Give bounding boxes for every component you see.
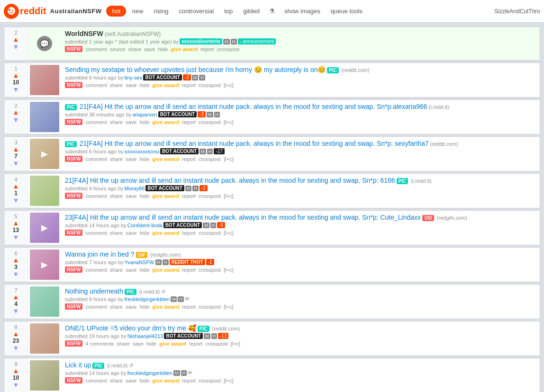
tab-top[interactable]: top [219,6,237,17]
share-8[interactable]: share [117,341,130,347]
post-title-9[interactable]: Lick it up [65,361,91,369]
comment-9[interactable]: comment [85,378,107,383]
post-title-8[interactable]: ONE/1 UPvote =5 video your dm's try me 🥰 [65,324,196,332]
share-5[interactable]: share [110,230,123,236]
comment-8[interactable]: 4 comments [85,341,114,347]
post-title-6[interactable]: Wanna join me in bed ? [65,250,135,258]
report-2[interactable]: report [182,119,196,125]
comment-link-pinned[interactable]: comment [85,46,107,52]
tab-rising[interactable]: rising [149,6,173,17]
vote-down-3[interactable]: ▼ [13,160,19,167]
vote-down-8[interactable]: ▼ [13,344,19,352]
report-link-pinned[interactable]: report [200,46,214,52]
hide-8[interactable]: hide [146,341,156,347]
author-4[interactable]: Moray86 [125,186,145,191]
give-award-5[interactable]: give award [152,230,179,236]
save-9[interactable]: save [126,378,136,383]
save-8[interactable]: save [133,341,144,347]
report-5[interactable]: report [182,230,196,236]
pinned-title[interactable]: WorldNSFW [65,30,103,37]
tab-new[interactable]: new [127,6,148,17]
share-4[interactable]: share [110,193,123,199]
vote-down-4[interactable]: ▼ [13,196,19,204]
comment-7[interactable]: comment [85,304,107,310]
share-link-pinned[interactable]: share [128,46,142,52]
share-2[interactable]: share [110,119,123,125]
crosspost-4[interactable]: crosspost [199,193,221,199]
author-2[interactable]: ariaparven [133,112,157,117]
crosspost-5[interactable]: crosspost [199,230,221,236]
crosspost-2[interactable]: crosspost [199,119,221,125]
save-2[interactable]: save [126,119,136,125]
give-award-1[interactable]: give award [152,82,179,88]
vote-up-5[interactable]: ▲ [13,219,19,227]
hide-1[interactable]: hide [139,82,149,88]
save-6[interactable]: save [126,267,136,273]
vote-down-2[interactable]: ▼ [13,116,19,124]
report-6[interactable]: report [182,267,196,273]
reddit-logo[interactable]: reddit [4,4,46,19]
post-title-4[interactable]: 21[F4A] Hit the up arrow and ill send an… [65,177,395,184]
report-3[interactable]: report [182,156,196,162]
give-award-6[interactable]: give award [152,267,179,273]
crosspost-9[interactable]: crosspost [199,378,221,383]
comment-1[interactable]: comment [85,82,107,88]
vote-down-pinned[interactable]: ▼ [13,43,19,51]
lc-5[interactable]: [l+c] [224,230,233,236]
lc-4[interactable]: [l+c] [224,193,233,199]
give-award-2[interactable]: give award [152,119,179,125]
crosspost-7[interactable]: crosspost [199,304,221,310]
vote-down-6[interactable]: ▼ [13,270,19,278]
save-4[interactable]: save [126,193,136,199]
report-7[interactable]: report [182,304,196,310]
hide-9[interactable]: hide [139,378,149,383]
give-award-7[interactable]: give award [152,304,179,310]
give-award-link-pinned[interactable]: give award [171,46,198,52]
report-1[interactable]: report [182,82,196,88]
subreddit-name[interactable]: AustralianNSFW [50,8,102,15]
report-8[interactable]: report [189,341,203,347]
vote-up-6[interactable]: ▲ [13,256,19,264]
post-title-3[interactable]: 21[F4A] Hit the up arrow and ill send an… [80,140,429,147]
vote-up-1[interactable]: ▲ [13,71,19,79]
hide-link-pinned[interactable]: hide [158,46,168,52]
crosspost-8[interactable]: crosspost [206,341,228,347]
comment-4[interactable]: comment [85,193,107,199]
vote-down-7[interactable]: ▼ [13,307,19,315]
post-title-1[interactable]: Sending my sextape to whoever upvotes ju… [65,66,326,73]
tab-gilded[interactable]: gilded [238,6,264,17]
vote-up-9[interactable]: ▲ [13,367,19,374]
share-9[interactable]: share [110,378,123,383]
lc-9[interactable]: [l+c] [224,378,233,383]
post-title-5[interactable]: 23[F4A] Hit the up arrow and ill send an… [65,214,421,221]
give-award-8[interactable]: give award [159,341,186,347]
give-award-9[interactable]: give award [152,378,179,383]
hide-7[interactable]: hide [139,304,149,310]
author-6[interactable]: YvanaNSFW [125,259,154,265]
vote-up-3[interactable]: ▲ [13,145,19,153]
vote-down-9[interactable]: ▼ [13,381,19,389]
give-award-4[interactable]: give award [152,193,179,199]
comment-2[interactable]: comment [85,119,107,125]
comment-6[interactable]: comment [85,267,107,273]
give-award-3[interactable]: give award [152,156,179,162]
hide-3[interactable]: hide [139,156,149,162]
lc-6[interactable]: [l+c] [224,267,233,273]
lc-7[interactable]: [l+c] [224,304,233,310]
user-info[interactable]: SizzleAndCutThro [494,8,540,15]
source-link-pinned[interactable]: source [110,46,126,52]
report-4[interactable]: report [182,193,196,199]
author-5[interactable]: Confident-linda [127,223,163,228]
author-1[interactable]: tiny-sex [125,75,143,80]
post-title-7[interactable]: Nothing underneath [65,287,123,295]
crosspost-3[interactable]: crosspost [199,156,221,162]
vote-down-5[interactable]: ▼ [13,233,19,241]
lc-1[interactable]: [l+c] [224,82,233,88]
comment-3[interactable]: comment [85,156,107,162]
vote-up-2[interactable]: ▲ [13,108,19,116]
vote-up-4[interactable]: ▲ [13,182,19,190]
lc-3[interactable]: [l+c] [224,156,233,162]
save-link-pinned[interactable]: save [144,46,155,52]
save-7[interactable]: save [126,304,136,310]
hide-6[interactable]: hide [139,267,149,273]
